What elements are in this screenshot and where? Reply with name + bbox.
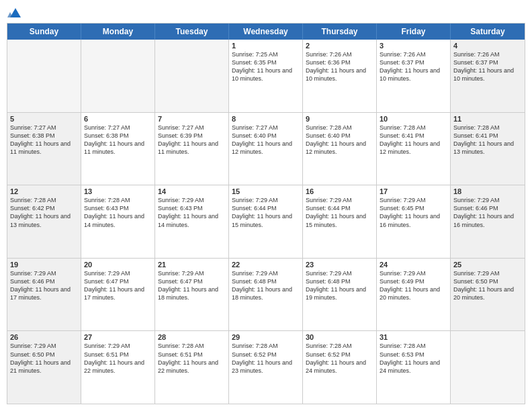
calendar-day-7: 7Sunrise: 7:27 AMSunset: 6:39 PMDaylight…	[155, 113, 229, 185]
calendar-day-3: 3Sunrise: 7:26 AMSunset: 6:37 PMDaylight…	[377, 40, 451, 112]
day-info: Sunrise: 7:26 AMSunset: 6:37 PMDaylight:…	[453, 50, 522, 83]
header-day-wednesday: Wednesday	[229, 24, 303, 40]
day-number: 26	[10, 333, 78, 341]
day-info: Sunrise: 7:28 AMSunset: 6:40 PMDaylight:…	[306, 124, 373, 156]
calendar-day-30: 30Sunrise: 7:28 AMSunset: 6:52 PMDayligh…	[303, 331, 377, 404]
day-number: 21	[158, 261, 226, 269]
calendar-empty-cell	[81, 40, 155, 112]
day-number: 1	[232, 42, 300, 50]
day-info: Sunrise: 7:29 AMSunset: 6:49 PMDaylight:…	[380, 269, 447, 302]
day-info: Sunrise: 7:27 AMSunset: 6:38 PMDaylight:…	[10, 124, 78, 156]
day-number: 8	[232, 115, 300, 123]
calendar-empty-cell	[451, 331, 525, 404]
day-info: Sunrise: 7:29 AMSunset: 6:46 PMDaylight:…	[453, 196, 522, 229]
calendar-day-26: 26Sunrise: 7:29 AMSunset: 6:50 PMDayligh…	[7, 331, 81, 404]
calendar-day-1: 1Sunrise: 7:25 AMSunset: 6:35 PMDaylight…	[229, 40, 303, 112]
day-number: 16	[306, 187, 373, 195]
logo-icon	[7, 5, 22, 20]
calendar-day-21: 21Sunrise: 7:29 AMSunset: 6:47 PMDayligh…	[155, 259, 229, 331]
day-info: Sunrise: 7:25 AMSunset: 6:35 PMDaylight:…	[232, 50, 300, 83]
day-info: Sunrise: 7:28 AMSunset: 6:53 PMDaylight:…	[380, 342, 447, 375]
day-info: Sunrise: 7:29 AMSunset: 6:47 PMDaylight:…	[84, 269, 152, 302]
day-number: 24	[380, 261, 447, 269]
header-day-friday: Friday	[377, 24, 451, 40]
calendar-day-22: 22Sunrise: 7:29 AMSunset: 6:48 PMDayligh…	[229, 259, 303, 331]
calendar-day-5: 5Sunrise: 7:27 AMSunset: 6:38 PMDaylight…	[7, 113, 81, 185]
calendar-day-29: 29Sunrise: 7:28 AMSunset: 6:52 PMDayligh…	[229, 331, 303, 404]
day-info: Sunrise: 7:26 AMSunset: 6:37 PMDaylight:…	[380, 50, 447, 83]
day-number: 11	[453, 115, 522, 123]
calendar-day-23: 23Sunrise: 7:29 AMSunset: 6:48 PMDayligh…	[303, 259, 377, 331]
calendar-day-13: 13Sunrise: 7:28 AMSunset: 6:43 PMDayligh…	[81, 185, 155, 258]
calendar-week-3: 12Sunrise: 7:28 AMSunset: 6:42 PMDayligh…	[7, 185, 525, 259]
day-number: 5	[10, 115, 78, 123]
calendar-day-28: 28Sunrise: 7:28 AMSunset: 6:51 PMDayligh…	[155, 331, 229, 404]
calendar-day-31: 31Sunrise: 7:28 AMSunset: 6:53 PMDayligh…	[377, 331, 451, 404]
day-info: Sunrise: 7:27 AMSunset: 6:40 PMDaylight:…	[232, 124, 300, 156]
day-number: 19	[10, 261, 78, 269]
calendar-day-19: 19Sunrise: 7:29 AMSunset: 6:46 PMDayligh…	[7, 259, 81, 331]
day-info: Sunrise: 7:28 AMSunset: 6:52 PMDaylight:…	[232, 342, 300, 375]
day-number: 25	[453, 261, 522, 269]
header-day-monday: Monday	[81, 24, 155, 40]
calendar: SundayMondayTuesdayWednesdayThursdayFrid…	[7, 23, 525, 404]
day-number: 2	[306, 42, 373, 50]
header-day-tuesday: Tuesday	[155, 24, 229, 40]
calendar-day-10: 10Sunrise: 7:28 AMSunset: 6:41 PMDayligh…	[377, 113, 451, 185]
calendar-day-11: 11Sunrise: 7:28 AMSunset: 6:41 PMDayligh…	[451, 113, 525, 185]
day-number: 20	[84, 261, 152, 269]
day-info: Sunrise: 7:29 AMSunset: 6:46 PMDaylight:…	[10, 269, 78, 302]
day-info: Sunrise: 7:28 AMSunset: 6:41 PMDaylight:…	[380, 124, 447, 156]
calendar-empty-cell	[7, 40, 81, 112]
day-number: 23	[306, 261, 373, 269]
day-number: 9	[306, 115, 373, 123]
calendar-day-16: 16Sunrise: 7:29 AMSunset: 6:44 PMDayligh…	[303, 185, 377, 258]
day-number: 6	[84, 115, 152, 123]
calendar-day-4: 4Sunrise: 7:26 AMSunset: 6:37 PMDaylight…	[451, 40, 525, 112]
day-number: 17	[380, 187, 447, 195]
calendar-day-14: 14Sunrise: 7:29 AMSunset: 6:43 PMDayligh…	[155, 185, 229, 258]
calendar-day-15: 15Sunrise: 7:29 AMSunset: 6:44 PMDayligh…	[229, 185, 303, 258]
calendar-empty-cell	[155, 40, 229, 112]
day-number: 30	[306, 333, 373, 341]
header-day-thursday: Thursday	[303, 24, 377, 40]
calendar-day-18: 18Sunrise: 7:29 AMSunset: 6:46 PMDayligh…	[451, 185, 525, 258]
day-info: Sunrise: 7:26 AMSunset: 6:36 PMDaylight:…	[306, 50, 373, 83]
day-info: Sunrise: 7:28 AMSunset: 6:43 PMDaylight:…	[84, 196, 152, 229]
day-info: Sunrise: 7:29 AMSunset: 6:43 PMDaylight:…	[158, 196, 226, 229]
day-info: Sunrise: 7:29 AMSunset: 6:48 PMDaylight:…	[306, 269, 373, 302]
logo	[7, 7, 22, 17]
day-info: Sunrise: 7:29 AMSunset: 6:51 PMDaylight:…	[84, 342, 152, 375]
day-number: 7	[158, 115, 226, 123]
calendar-day-6: 6Sunrise: 7:27 AMSunset: 6:38 PMDaylight…	[81, 113, 155, 185]
calendar-day-17: 17Sunrise: 7:29 AMSunset: 6:45 PMDayligh…	[377, 185, 451, 258]
day-number: 4	[453, 42, 522, 50]
day-number: 27	[84, 333, 152, 341]
calendar-week-1: 1Sunrise: 7:25 AMSunset: 6:35 PMDaylight…	[7, 40, 525, 113]
day-number: 18	[453, 187, 522, 195]
calendar-day-20: 20Sunrise: 7:29 AMSunset: 6:47 PMDayligh…	[81, 259, 155, 331]
day-info: Sunrise: 7:27 AMSunset: 6:39 PMDaylight:…	[158, 124, 226, 156]
day-info: Sunrise: 7:29 AMSunset: 6:44 PMDaylight:…	[232, 196, 300, 229]
day-info: Sunrise: 7:29 AMSunset: 6:48 PMDaylight:…	[232, 269, 300, 302]
day-number: 12	[10, 187, 78, 195]
day-info: Sunrise: 7:28 AMSunset: 6:41 PMDaylight:…	[453, 124, 522, 156]
day-number: 14	[158, 187, 226, 195]
day-number: 10	[380, 115, 447, 123]
day-info: Sunrise: 7:29 AMSunset: 6:47 PMDaylight:…	[158, 269, 226, 302]
day-number: 15	[232, 187, 300, 195]
day-number: 3	[380, 42, 447, 50]
calendar-day-12: 12Sunrise: 7:28 AMSunset: 6:42 PMDayligh…	[7, 185, 81, 258]
calendar-day-8: 8Sunrise: 7:27 AMSunset: 6:40 PMDaylight…	[229, 113, 303, 185]
day-info: Sunrise: 7:28 AMSunset: 6:52 PMDaylight:…	[306, 342, 373, 375]
calendar-week-4: 19Sunrise: 7:29 AMSunset: 6:46 PMDayligh…	[7, 259, 525, 332]
page: SundayMondayTuesdayWednesdayThursdayFrid…	[0, 0, 532, 411]
calendar-day-9: 9Sunrise: 7:28 AMSunset: 6:40 PMDaylight…	[303, 113, 377, 185]
calendar-week-5: 26Sunrise: 7:29 AMSunset: 6:50 PMDayligh…	[7, 331, 525, 404]
day-info: Sunrise: 7:29 AMSunset: 6:50 PMDaylight:…	[10, 342, 78, 375]
calendar-day-24: 24Sunrise: 7:29 AMSunset: 6:49 PMDayligh…	[377, 259, 451, 331]
day-number: 29	[232, 333, 300, 341]
header-day-saturday: Saturday	[451, 24, 525, 40]
day-number: 31	[380, 333, 447, 341]
day-number: 13	[84, 187, 152, 195]
